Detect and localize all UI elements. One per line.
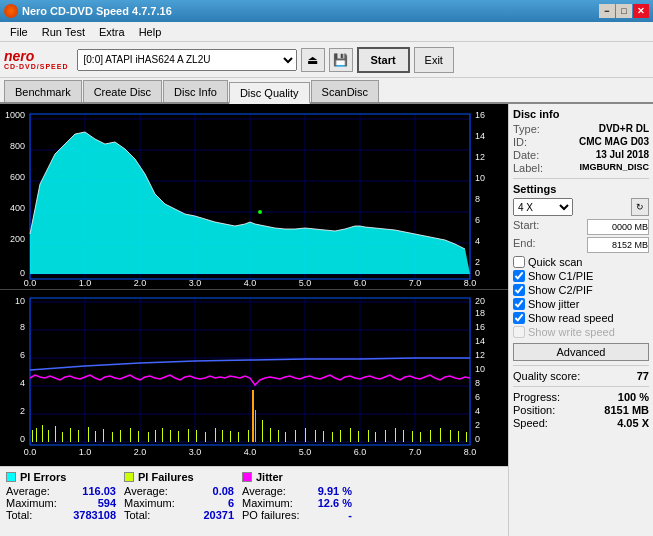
pi-failures-avg-value: 0.08 [213, 485, 234, 497]
show-read-speed-check[interactable] [513, 312, 525, 324]
svg-text:12: 12 [475, 350, 485, 360]
svg-text:20: 20 [475, 296, 485, 306]
progress-rows: Progress: 100 % Position: 8151 MB Speed:… [513, 391, 649, 429]
stat-pi-errors: PI Errors Average: 116.03 Maximum: 594 T… [6, 471, 116, 532]
svg-point-20 [258, 210, 262, 214]
svg-rect-104 [358, 431, 359, 442]
svg-rect-67 [62, 432, 63, 442]
disc-type-value: DVD+R DL [599, 123, 649, 135]
svg-text:6.0: 6.0 [354, 447, 367, 457]
start-input[interactable] [587, 219, 649, 235]
svg-rect-89 [248, 430, 249, 442]
svg-rect-77 [148, 432, 149, 442]
speed-row: 4 X ↻ [513, 198, 649, 216]
drive-select[interactable]: [0:0] ATAPI iHAS624 A ZL2U [77, 49, 297, 71]
tab-disc-info[interactable]: Disc Info [163, 80, 228, 102]
svg-rect-90 [252, 390, 254, 442]
show-read-speed-label: Show read speed [528, 312, 614, 324]
svg-text:10: 10 [475, 173, 485, 183]
show-jitter-check[interactable] [513, 298, 525, 310]
quality-score-row: Quality score: 77 [513, 370, 649, 382]
svg-rect-63 [36, 428, 37, 442]
show-write-speed-row: Show write speed [513, 326, 649, 338]
svg-rect-68 [70, 428, 71, 442]
svg-rect-95 [278, 430, 279, 442]
pi-errors-avg-label: Average: [6, 485, 50, 497]
exit-button[interactable]: Exit [414, 47, 454, 73]
svg-text:0.0: 0.0 [24, 447, 37, 457]
svg-text:4: 4 [475, 236, 480, 246]
pi-failures-label: PI Failures [138, 471, 194, 483]
svg-rect-70 [88, 427, 89, 442]
tabs-bar: Benchmark Create Disc Disc Info Disc Qua… [0, 78, 653, 104]
svg-text:16: 16 [475, 110, 485, 120]
svg-text:8.0: 8.0 [464, 447, 477, 457]
svg-text:12: 12 [475, 152, 485, 162]
svg-rect-72 [103, 429, 104, 442]
close-button[interactable]: ✕ [633, 4, 649, 18]
svg-rect-84 [205, 432, 206, 442]
menu-run-test[interactable]: Run Test [36, 24, 91, 40]
tab-disc-quality[interactable]: Disc Quality [229, 82, 310, 104]
tab-scan-disc[interactable]: ScanDisc [311, 80, 379, 102]
svg-rect-64 [42, 425, 43, 442]
position-value: 8151 MB [604, 404, 649, 416]
svg-text:2: 2 [475, 420, 480, 430]
svg-rect-80 [170, 430, 171, 442]
svg-rect-116 [466, 432, 467, 442]
jitter-avg-label: Average: [242, 485, 286, 497]
app-icon [4, 4, 18, 18]
start-button[interactable]: Start [357, 47, 410, 73]
maximize-button[interactable]: □ [616, 4, 632, 18]
show-c1pie-check[interactable] [513, 270, 525, 282]
svg-rect-106 [375, 432, 376, 442]
svg-rect-111 [420, 432, 421, 442]
svg-text:4: 4 [20, 378, 25, 388]
svg-rect-115 [458, 431, 459, 442]
svg-text:800: 800 [10, 141, 25, 151]
svg-rect-73 [112, 432, 113, 442]
menu-bar: File Run Test Extra Help [0, 22, 653, 42]
quick-scan-check[interactable] [513, 256, 525, 268]
svg-rect-75 [130, 428, 131, 442]
svg-text:2: 2 [20, 406, 25, 416]
minimize-button[interactable]: − [599, 4, 615, 18]
svg-text:4: 4 [475, 406, 480, 416]
svg-rect-62 [32, 430, 33, 442]
show-c2pif-check[interactable] [513, 284, 525, 296]
disc-label-row: Label: IMGBURN_DISC [513, 162, 649, 174]
refresh-button[interactable]: ↻ [631, 198, 649, 216]
svg-rect-113 [440, 428, 441, 442]
disc-date-label: Date: [513, 149, 539, 161]
show-jitter-row: Show jitter [513, 298, 649, 310]
svg-rect-96 [285, 432, 286, 442]
eject-icon[interactable]: ⏏ [301, 48, 325, 72]
main-content: 1000 800 600 400 200 0 16 14 12 10 8 6 4… [0, 104, 653, 536]
jitter-color [242, 472, 252, 482]
svg-text:5.0: 5.0 [299, 447, 312, 457]
svg-text:10: 10 [15, 296, 25, 306]
svg-rect-71 [95, 431, 96, 442]
svg-rect-86 [222, 430, 223, 442]
advanced-button[interactable]: Advanced [513, 343, 649, 361]
tab-create-disc[interactable]: Create Disc [83, 80, 162, 102]
svg-text:3.0: 3.0 [189, 278, 202, 288]
svg-rect-69 [78, 430, 79, 442]
menu-extra[interactable]: Extra [93, 24, 131, 40]
stats-bar: PI Errors Average: 116.03 Maximum: 594 T… [0, 466, 508, 536]
menu-file[interactable]: File [4, 24, 34, 40]
jitter-label: Jitter [256, 471, 283, 483]
svg-text:7.0: 7.0 [409, 278, 422, 288]
end-input[interactable] [587, 237, 649, 253]
save-icon[interactable]: 💾 [329, 48, 353, 72]
speed-label: Speed: [513, 417, 548, 429]
svg-rect-105 [368, 430, 369, 442]
tab-benchmark[interactable]: Benchmark [4, 80, 82, 102]
quick-scan-label: Quick scan [528, 256, 582, 268]
pi-errors-total-label: Total: [6, 509, 32, 521]
svg-text:1000: 1000 [5, 110, 25, 120]
svg-rect-82 [188, 429, 189, 442]
speed-select[interactable]: 4 X [513, 198, 573, 216]
disc-info-title: Disc info [513, 108, 649, 120]
menu-help[interactable]: Help [133, 24, 168, 40]
